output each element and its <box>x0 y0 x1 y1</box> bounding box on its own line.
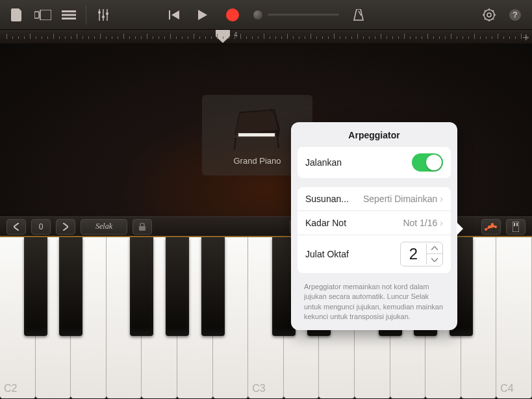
order-value: Seperti Dimainkan <box>363 194 437 204</box>
stepper-up-icon[interactable] <box>427 242 442 254</box>
ruler-tick <box>82 36 83 39</box>
ruler-tick <box>427 34 428 39</box>
ruler-tick <box>18 36 19 39</box>
popover-description: Arpeggiator memainkan not kord dalam juj… <box>291 282 457 322</box>
settings-gear-icon[interactable] <box>480 6 498 24</box>
ruler-tick <box>135 36 136 39</box>
ruler-tick <box>205 36 206 39</box>
ruler-tick <box>363 36 364 39</box>
ruler-tick <box>305 36 305 39</box>
ruler-tick <box>474 34 475 39</box>
add-marker-icon[interactable]: + <box>522 31 529 45</box>
ruler-tick <box>316 36 317 39</box>
svg-rect-2 <box>62 10 76 12</box>
ruler-tick <box>340 36 340 39</box>
play-icon[interactable] <box>194 6 212 24</box>
ruler-tick <box>375 36 375 39</box>
octave-stepper-value: 2 <box>401 244 427 264</box>
ruler-tick <box>293 36 294 39</box>
svg-rect-3 <box>62 14 76 16</box>
octave-range-label: Julat Oktaf <box>305 249 349 259</box>
rate-value: Not 1/16 <box>403 218 437 228</box>
stepper-down-icon[interactable] <box>427 254 442 266</box>
black-key[interactable] <box>201 237 225 336</box>
ruler-tick <box>281 36 282 39</box>
ruler-tick <box>439 36 440 39</box>
record-button[interactable] <box>226 8 239 21</box>
metronome-icon[interactable] <box>349 6 368 24</box>
my-songs-icon[interactable] <box>8 6 26 24</box>
help-icon[interactable]: ? <box>506 6 524 24</box>
rewind-icon[interactable] <box>165 6 183 24</box>
svg-rect-29 <box>516 223 518 226</box>
svg-line-19 <box>234 138 236 149</box>
black-key[interactable] <box>24 237 47 336</box>
ruler-tick <box>386 36 387 39</box>
sustain-lock-icon[interactable] <box>133 219 152 235</box>
ruler-tick <box>77 34 77 39</box>
svg-point-10 <box>106 12 108 15</box>
ruler-tick <box>229 36 229 39</box>
run-row: Jalankan <box>298 147 451 178</box>
ruler-tick <box>240 34 241 39</box>
ruler-tick <box>170 34 171 39</box>
ruler-tick <box>153 36 153 39</box>
volume-knob[interactable] <box>253 10 262 19</box>
master-volume[interactable] <box>253 10 339 19</box>
ruler-tick <box>275 36 276 39</box>
key-label: C3 <box>252 383 265 394</box>
tracks-icon[interactable] <box>60 6 78 24</box>
ruler-tick <box>100 34 101 39</box>
svg-rect-27 <box>513 222 519 232</box>
ruler-tick <box>346 36 346 39</box>
ruler-tick <box>328 36 329 39</box>
ruler-tick <box>264 34 264 39</box>
ruler-tick <box>410 36 411 39</box>
black-key[interactable] <box>130 237 153 336</box>
ruler-tick <box>310 34 311 39</box>
order-label: Susunan... <box>305 194 349 204</box>
black-key[interactable] <box>59 237 82 336</box>
octave-stepper: 2 <box>400 242 443 266</box>
rate-row[interactable]: Kadar Not Not 1/16 › <box>298 211 451 235</box>
ruler-tick <box>392 36 393 39</box>
ruler-tick <box>480 36 481 39</box>
black-key[interactable] <box>166 237 189 336</box>
volume-track[interactable] <box>268 14 339 16</box>
key-label: C2 <box>4 383 17 394</box>
ruler-tick <box>65 36 66 39</box>
svg-rect-22 <box>139 226 146 231</box>
keyboard-layout-icon[interactable] <box>506 219 526 235</box>
ruler-tick <box>71 36 71 39</box>
ruler-tick <box>217 34 218 39</box>
run-label: Jalankan <box>305 157 342 168</box>
ruler-tick <box>521 34 522 39</box>
top-toolbar: ? <box>0 0 532 30</box>
order-row[interactable]: Susunan... Seperti Dimainkan › <box>298 187 451 211</box>
ruler-tick <box>182 36 183 39</box>
ruler-tick <box>141 36 142 39</box>
ruler-tick <box>457 36 457 39</box>
ruler-tick <box>509 36 510 39</box>
ruler-tick <box>270 36 270 39</box>
browser-icon[interactable] <box>34 6 52 24</box>
arpeggiator-button[interactable] <box>481 219 501 235</box>
svg-rect-28 <box>514 223 515 226</box>
ruler-tick <box>118 36 118 39</box>
instrument-name: Grand Piano <box>234 156 281 166</box>
octave-down-button[interactable] <box>6 219 26 235</box>
ruler-tick <box>527 36 527 39</box>
svg-point-14 <box>487 13 491 17</box>
key-label: C4 <box>500 383 513 394</box>
ruler-tick <box>164 36 165 39</box>
selak-button[interactable]: Selak <box>81 219 127 235</box>
run-toggle[interactable] <box>412 153 443 172</box>
white-key[interactable]: C4 <box>496 237 532 398</box>
mixer-icon[interactable] <box>94 6 112 24</box>
ruler-tick <box>398 36 399 39</box>
rate-label: Kadar Not <box>305 218 346 228</box>
octave-up-button[interactable] <box>56 219 75 235</box>
ruler[interactable]: 4 + <box>0 30 532 44</box>
svg-rect-11 <box>169 10 170 19</box>
ruler-tick <box>106 36 107 39</box>
